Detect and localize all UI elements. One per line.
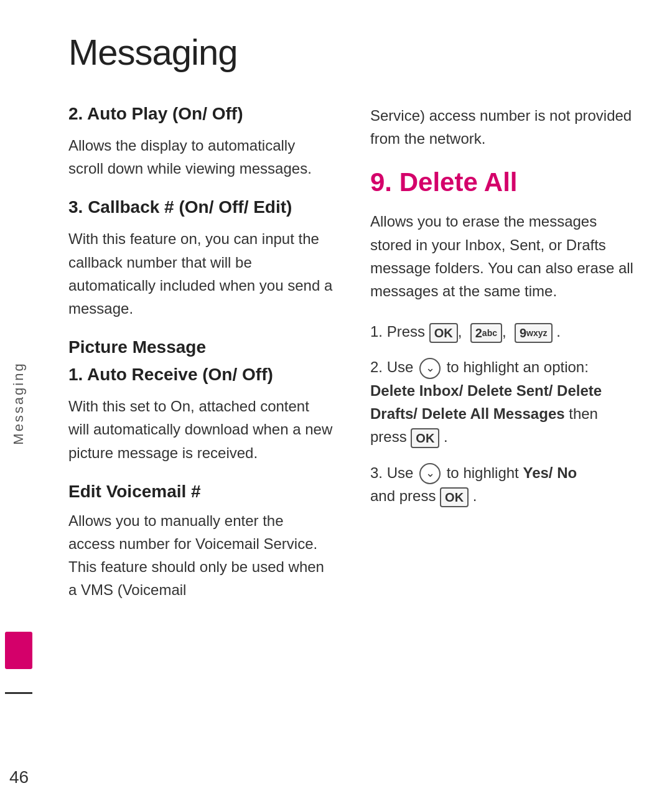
two-column-layout: 2. Auto Play (On/ Off) Allows the displa… xyxy=(68,104,635,775)
ok-key-step3: OK xyxy=(440,487,469,507)
step2: 2. Use ⌄ to highlight an option: Delete … xyxy=(370,355,635,448)
ok-key: OK xyxy=(429,323,458,343)
sidebar-pink-bar xyxy=(5,632,32,669)
edit-voicemail-body: Allows you to manually enter the access … xyxy=(68,509,333,602)
step3-prefix: 3. Use xyxy=(370,464,418,481)
page-container: Messaging 46 Messaging 2. Auto Play (On/… xyxy=(0,0,672,806)
sidebar-label: Messaging xyxy=(11,362,27,444)
step3: 3. Use ⌄ to highlight Yes/ No and press … xyxy=(370,461,635,508)
picture-message-heading: Picture Message xyxy=(68,337,333,357)
auto-receive-heading: 1. Auto Receive (On/ Off) xyxy=(68,365,333,385)
right-column: Service) access number is not provided f… xyxy=(370,104,635,775)
step2-middle: to highlight an option: xyxy=(447,358,589,375)
ok-key-step2: OK xyxy=(411,428,439,448)
step2-prefix: 2. Use xyxy=(370,358,418,375)
key2: 2abc xyxy=(470,323,502,343)
nav-icon-step3: ⌄ xyxy=(419,463,441,484)
step1: 1. Press OK, 2abc, 9wxyz . xyxy=(370,320,635,343)
step3-suffix: and press xyxy=(370,487,440,504)
step1-prefix: 1. Press xyxy=(370,323,429,340)
section9-intro: Allows you to erase the messages stored … xyxy=(370,210,635,302)
edit-voicemail-heading: Edit Voicemail # xyxy=(68,482,333,502)
section9-heading: 9. Delete All xyxy=(370,167,635,197)
nav-icon-step2: ⌄ xyxy=(419,358,441,379)
left-column: 2. Auto Play (On/ Off) Allows the displa… xyxy=(68,104,333,775)
step3-middle: to highlight xyxy=(447,464,523,481)
sidebar-line xyxy=(5,692,32,694)
auto-receive-body: With this set to On, attached content wi… xyxy=(68,395,333,464)
section2-heading: 2. Auto Play (On/ Off) xyxy=(68,104,333,124)
continued-text: Service) access number is not provided f… xyxy=(370,104,635,150)
section3-body: With this feature on, you can input the … xyxy=(68,227,333,320)
key9: 9wxyz xyxy=(515,323,553,343)
sidebar: Messaging 46 xyxy=(0,0,37,806)
page-title: Messaging xyxy=(68,31,635,73)
section3-heading: 3. Callback # (On/ Off/ Edit) xyxy=(68,197,333,217)
section2-body: Allows the display to automatically scro… xyxy=(68,134,333,180)
main-content: Messaging 2. Auto Play (On/ Off) Allows … xyxy=(37,0,672,806)
step3-options: Yes/ No xyxy=(523,464,577,481)
page-number: 46 xyxy=(9,767,29,787)
